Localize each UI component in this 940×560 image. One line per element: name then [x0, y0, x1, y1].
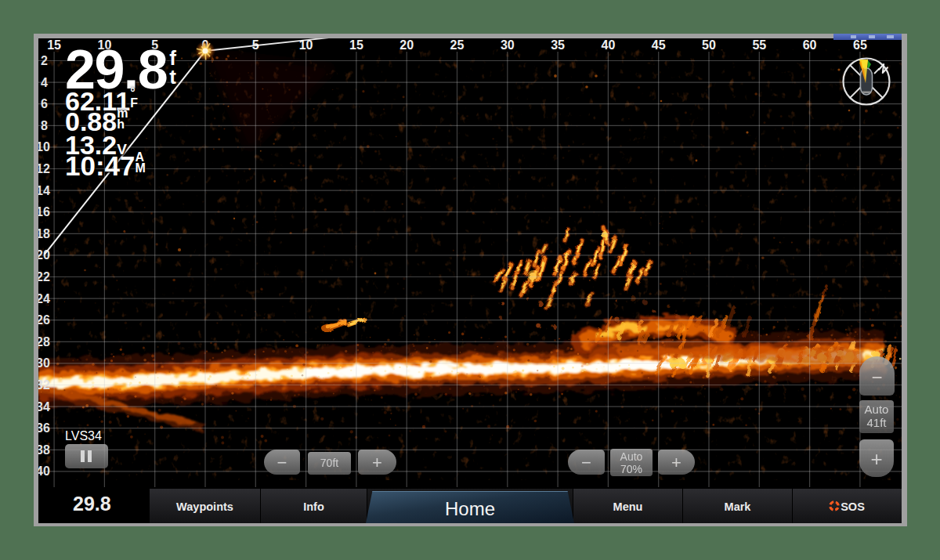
svg-text:8: 8: [41, 119, 48, 132]
svg-text:32: 32: [38, 378, 50, 392]
svg-text:40: 40: [602, 38, 616, 52]
svg-text:35: 35: [551, 38, 565, 52]
svg-text:55: 55: [752, 38, 766, 52]
svg-text:15: 15: [349, 38, 363, 52]
svg-text:4: 4: [41, 76, 48, 89]
svg-text:65: 65: [853, 38, 867, 52]
svg-text:14: 14: [38, 184, 50, 197]
svg-text:50: 50: [702, 38, 716, 52]
svg-text:30: 30: [38, 356, 50, 370]
svg-text:24: 24: [38, 292, 50, 305]
svg-text:45: 45: [652, 38, 666, 52]
svg-text:28: 28: [38, 335, 50, 349]
svg-text:26: 26: [38, 313, 50, 327]
svg-text:40: 40: [38, 464, 50, 478]
svg-text:12: 12: [38, 162, 50, 175]
svg-text:20: 20: [400, 38, 414, 52]
svg-text:22: 22: [38, 270, 50, 284]
svg-text:2: 2: [41, 54, 48, 67]
svg-text:16: 16: [38, 205, 50, 219]
svg-text:6: 6: [41, 97, 48, 110]
svg-text:15: 15: [47, 38, 61, 52]
svg-text:25: 25: [450, 38, 465, 52]
svg-text:60: 60: [803, 38, 817, 52]
svg-text:36: 36: [38, 421, 50, 435]
svg-text:10: 10: [38, 140, 50, 154]
svg-text:30: 30: [501, 38, 515, 52]
svg-text:34: 34: [38, 400, 50, 414]
svg-text:38: 38: [38, 443, 50, 457]
svg-text:18: 18: [38, 227, 50, 240]
